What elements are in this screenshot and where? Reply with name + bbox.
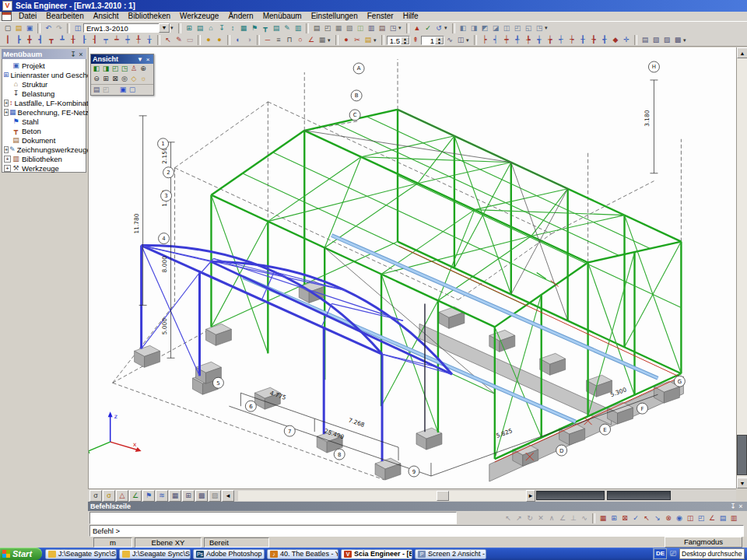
beam-icon[interactable]: ╋ bbox=[24, 35, 35, 45]
ucs-window-icon[interactable]: ◫ bbox=[455, 35, 466, 45]
pin-icon[interactable]: ↧ bbox=[729, 502, 737, 510]
render-icon[interactable]: ▦ bbox=[169, 490, 181, 502]
member-icon[interactable]: ┃ bbox=[2, 35, 13, 45]
save-icon[interactable]: ▣ bbox=[24, 23, 35, 33]
subregion-icon[interactable]: ╂ bbox=[68, 35, 79, 45]
close-icon[interactable]: × bbox=[77, 51, 85, 58]
snap-perp-icon[interactable]: ⊥ bbox=[568, 513, 579, 523]
layers-icon[interactable]: ● bbox=[203, 35, 214, 45]
document-tool-icon[interactable]: ▤ bbox=[271, 23, 282, 33]
menu-bibliotheken[interactable]: Bibliotheken bbox=[124, 12, 175, 21]
output-more-icon[interactable]: ▾ bbox=[398, 25, 404, 31]
expand-icon[interactable]: + bbox=[4, 146, 9, 153]
export-icon[interactable]: ◳ bbox=[388, 23, 398, 33]
expand-right-icon[interactable]: ▸ bbox=[526, 490, 535, 502]
new-icon[interactable]: ▢ bbox=[2, 23, 13, 33]
cursor-snap-icon[interactable]: ▦ bbox=[598, 513, 608, 523]
snap-endpoint-icon[interactable]: ∧ bbox=[546, 513, 557, 523]
mesh-icon[interactable]: ┝ bbox=[479, 35, 490, 45]
report-icon[interactable]: ▤ bbox=[377, 23, 388, 33]
refine-icon[interactable]: ┥ bbox=[490, 35, 501, 45]
tree-item-lastf-lle-lf-kombinationen[interactable]: +↕Lastfälle, LF-Kombinationen bbox=[3, 98, 86, 107]
line-more-icon[interactable]: ▾ bbox=[328, 37, 333, 44]
combination-tool-icon[interactable]: ↕ bbox=[227, 23, 238, 33]
snap-step-stepper[interactable]: 1 ▲▼ bbox=[421, 36, 444, 45]
export-view-icon[interactable]: ◰ bbox=[101, 85, 110, 95]
snap-length-icon[interactable]: ∠ bbox=[707, 513, 717, 523]
tree-item-stahl[interactable]: ⚑Stahl bbox=[3, 117, 86, 126]
update-icon[interactable]: ↺ bbox=[433, 23, 444, 33]
library-tool-icon[interactable]: ▥ bbox=[293, 23, 303, 33]
snap-tangent-icon[interactable]: ∿ bbox=[579, 513, 590, 523]
anchor-icon[interactable]: ╊ bbox=[588, 35, 599, 45]
window-left-icon[interactable]: ◨ bbox=[468, 23, 479, 33]
expand-icon[interactable]: ◆ bbox=[610, 35, 621, 45]
vertical-scrollbar[interactable]: ▲ ▼ bbox=[736, 47, 747, 488]
layer-manager-icon[interactable]: ▨ bbox=[661, 35, 672, 45]
hinge-bim-icon[interactable]: ┿ bbox=[501, 35, 512, 45]
print-preview-icon[interactable]: ◰ bbox=[322, 23, 333, 33]
end-more-icon[interactable]: ▾ bbox=[683, 37, 689, 44]
layers-all-icon[interactable]: ● bbox=[214, 35, 225, 45]
grid-tool-icon[interactable]: ⊞ bbox=[184, 23, 195, 33]
snap-midpoint-icon[interactable]: ∠ bbox=[557, 513, 568, 523]
menu-fenster[interactable]: Fenster bbox=[363, 12, 398, 21]
fe-mesh-icon[interactable]: ⊞ bbox=[182, 490, 195, 502]
support-icon[interactable]: ┷ bbox=[111, 35, 122, 45]
window-bottom-icon[interactable]: ◫ bbox=[501, 23, 512, 33]
slab-icon[interactable]: ┫ bbox=[35, 35, 46, 45]
tree-item-belastung[interactable]: ↧Belastung bbox=[3, 89, 86, 98]
view-params-icon[interactable]: ▨ bbox=[209, 490, 221, 502]
check-icon[interactable]: ✓ bbox=[423, 23, 433, 33]
ansicht-header[interactable]: Ansicht ▼ × bbox=[91, 54, 153, 64]
menu-men-baum[interactable]: Menübaum bbox=[258, 12, 307, 21]
monitor-icon[interactable]: ▢ bbox=[128, 85, 137, 95]
snap-arc-icon[interactable]: ◰ bbox=[696, 513, 707, 523]
open-subproject-icon[interactable]: ▤ bbox=[363, 35, 374, 45]
print-icon[interactable]: ▤ bbox=[311, 23, 322, 33]
calculator-icon[interactable]: ▲ bbox=[412, 23, 423, 33]
command-input[interactable]: Befehl > bbox=[89, 525, 744, 537]
snap-mid-icon[interactable]: ⊗ bbox=[663, 513, 674, 523]
zoom-selection-icon[interactable]: ◎ bbox=[120, 74, 129, 84]
weld-icon[interactable]: ╆ bbox=[545, 35, 556, 45]
clip-more-icon[interactable]: ▾ bbox=[374, 37, 379, 44]
member-check-icon[interactable]: ╄ bbox=[523, 35, 534, 45]
project-window-icon[interactable]: ◫ bbox=[72, 23, 83, 33]
scale-apply-icon[interactable]: ⇞ bbox=[410, 35, 421, 45]
activity-on-icon[interactable]: ◐ bbox=[233, 35, 244, 45]
project-combo[interactable]: Erw1.3-2010 ▼ bbox=[83, 23, 170, 33]
zoom-slider[interactable] bbox=[607, 491, 671, 500]
view-x-icon[interactable]: ◧ bbox=[92, 64, 101, 74]
shell-icon[interactable]: ┯ bbox=[100, 35, 111, 45]
language-indicator[interactable]: DE bbox=[654, 548, 667, 559]
tree-item-zeichnungswerkzeuge[interactable]: +✎Zeichnungswerkzeuge bbox=[3, 145, 86, 154]
circle-icon[interactable]: ○ bbox=[295, 35, 306, 45]
snap-end-icon[interactable]: ↘ bbox=[652, 513, 663, 523]
storey-tool-icon[interactable]: ▤ bbox=[195, 23, 205, 33]
gallery-icon[interactable]: ▦ bbox=[333, 23, 344, 33]
track-off-icon[interactable]: ✕ bbox=[535, 513, 546, 523]
snap-toggle-icon[interactable]: ✓ bbox=[630, 513, 641, 523]
steel-tool-icon[interactable]: ⚑ bbox=[249, 23, 260, 33]
combo-dropdown-icon[interactable]: ▼ bbox=[159, 23, 170, 33]
menu-einstellungen[interactable]: Einstellungen bbox=[307, 12, 363, 21]
tree-item-struktur[interactable]: ⌂Struktur bbox=[3, 79, 86, 89]
drawing-tool-icon[interactable]: ✎ bbox=[282, 23, 293, 33]
mdi-child-icon[interactable] bbox=[2, 12, 12, 21]
rect-icon[interactable]: ⊓ bbox=[284, 35, 295, 45]
load-panel-icon[interactable]: ╀ bbox=[133, 35, 144, 45]
close-icon[interactable]: × bbox=[144, 56, 152, 63]
horizontal-scrollbar[interactable] bbox=[238, 491, 526, 501]
start-button[interactable]: Start bbox=[0, 548, 42, 560]
taskbar-button-40-the-beatles-you-ca-[interactable]: ♪40. The Beatles - You Ca... bbox=[267, 549, 338, 559]
base-plate-icon[interactable]: ╉ bbox=[599, 35, 610, 45]
window-quad-icon[interactable]: ◰ bbox=[512, 23, 523, 33]
print-view-icon[interactable]: ▤ bbox=[92, 85, 101, 95]
dot-grid-icon[interactable]: ⊞ bbox=[608, 513, 619, 523]
angle-icon[interactable]: ∠ bbox=[306, 35, 317, 45]
menu-ansicht[interactable]: Ansicht bbox=[89, 12, 124, 21]
scroll-up-icon[interactable]: ▲ bbox=[737, 47, 747, 58]
light-icon[interactable]: ☼ bbox=[139, 74, 148, 84]
view-axo-icon[interactable]: ◳ bbox=[120, 64, 129, 74]
